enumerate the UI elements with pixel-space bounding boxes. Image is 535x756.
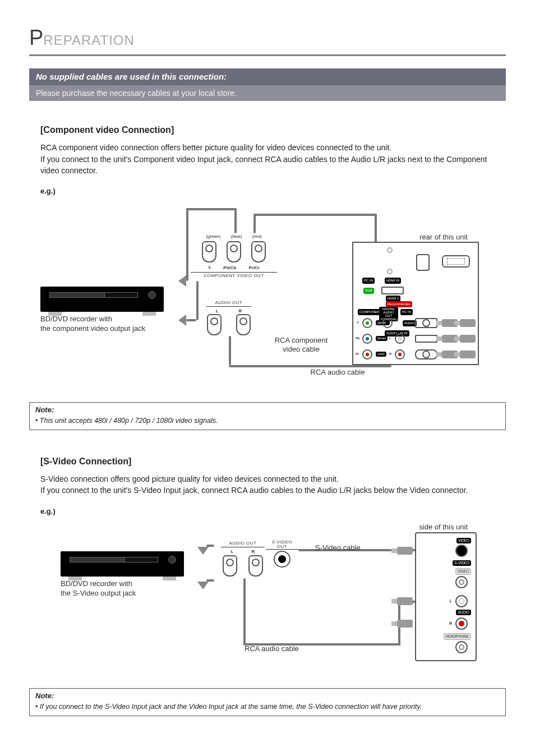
rear-jack-y <box>362 318 372 328</box>
rgb-pill: RGB <box>363 288 374 294</box>
note-title: Note: <box>35 405 500 416</box>
sp-svideo-jack <box>455 545 468 557</box>
plug-icon <box>397 547 413 555</box>
pcin2-pill: PC IN <box>400 309 413 315</box>
rear-red-pill: (red) <box>376 352 386 357</box>
pcin-pill: PC IN <box>362 278 375 284</box>
audio-l-label: L <box>216 308 219 315</box>
sp-headphone-jack <box>455 641 468 653</box>
svideo-section: [S-Video Connection] S-Video connection … <box>29 455 506 669</box>
note-item-2: If you connect to the S-Video Input jack… <box>35 703 422 711</box>
rca-audio2-r <box>248 555 263 577</box>
bd-dvd-recorder <box>40 287 164 312</box>
tv-side-panel: VIDEO S-VIDEO VIDEO L AUDIO R HEADPHONE <box>415 532 477 661</box>
sp-l: L <box>450 598 452 604</box>
pc-audio-jack <box>415 318 437 328</box>
audio-out-caption: AUDIO OUT <box>206 299 251 307</box>
no-cable-banner: No supplied cables are used in this conn… <box>29 68 506 101</box>
rca-jack-pb <box>227 241 241 262</box>
rca-audio-cable-label: RCA audio cable <box>287 368 388 377</box>
component-body: RCA component video connection offers be… <box>40 142 495 176</box>
component-section: [Component video Connection] RCA compone… <box>29 123 506 382</box>
cable-icon <box>234 208 237 233</box>
pb-label: Pb/Cb <box>223 265 236 271</box>
cable-icon <box>186 208 237 210</box>
y-label: Y <box>208 265 211 271</box>
hdmiin-pill: HDMI IN <box>385 278 401 284</box>
eg-label-1: e.g.) <box>40 186 495 197</box>
rear-r: R <box>389 352 391 357</box>
plug-icon <box>397 620 413 628</box>
section-header: PREPARATION <box>29 22 506 56</box>
cable-icon <box>253 214 256 233</box>
cable-icon <box>229 365 391 367</box>
svideo-jack <box>274 551 290 568</box>
rear-pb: Pb <box>356 336 360 341</box>
note-item: This unit accepts 480i / 480p / 720p / 1… <box>35 417 218 425</box>
plug-icon <box>460 351 476 358</box>
sp-headphone-pill: HEADPHONE <box>444 633 471 639</box>
hdmi1-slot <box>381 287 404 294</box>
rear-jack-r <box>395 349 405 359</box>
component-diagram: BD/DVD recorder with the component video… <box>40 202 495 382</box>
audio-r-label: R <box>239 308 242 315</box>
rca-audio2-l <box>223 555 237 577</box>
sp-svideo-pill: S-VIDEO <box>453 560 471 565</box>
rear-jack-pb <box>362 334 372 344</box>
arrow-icon <box>178 315 186 326</box>
banner-subtitle: Please purchase the necessary cables at … <box>29 85 506 101</box>
rca-audio-r <box>236 314 251 335</box>
cable-icon <box>196 281 199 320</box>
cable-icon <box>206 545 214 547</box>
rear-jack-l <box>395 334 405 344</box>
arrow-icon <box>178 275 186 287</box>
sv-audio-l: L <box>231 548 234 555</box>
audio-out-caption-sv: AUDIO OUT <box>221 540 265 547</box>
rca-component-cable-label: RCA component video cable <box>265 336 338 353</box>
svideo-body: S-Video connection offers good picture q… <box>40 473 495 496</box>
rear-misc-jack <box>415 349 437 359</box>
sp-audio-pill: AUDIO <box>456 610 471 615</box>
rear-jack-pr <box>362 349 372 359</box>
cable-icon <box>229 336 231 365</box>
sp-video-pill: VIDEO <box>456 538 471 543</box>
plug-icon <box>460 335 476 343</box>
sp-audio-r-jack <box>455 617 468 630</box>
rca-jack-y <box>202 241 216 262</box>
sp-r: R <box>449 621 452 626</box>
sv-audio-r: R <box>252 548 255 555</box>
device-label: BD/DVD recorder with the component video… <box>40 315 175 334</box>
plug-icon <box>460 319 476 327</box>
cable-icon <box>243 578 246 646</box>
device-label-sv: BD/DVD recorder with the S-Video output … <box>61 579 195 598</box>
svideo-cable-label: S-Video cable <box>315 543 361 552</box>
pr-label: Pr/Cr <box>248 265 260 271</box>
sp-video2-pill: VIDEO <box>455 568 471 574</box>
audio-out-box: AUDIO OUT L R <box>195 299 262 338</box>
rear-blue-pill: (blue) <box>376 336 388 341</box>
rear-jack-coax <box>382 318 393 328</box>
rca-jack-pr <box>251 241 266 262</box>
cable-icon <box>206 579 214 582</box>
side-of-unit-label: side of this unit <box>419 522 468 533</box>
section-initial: P <box>29 22 43 53</box>
component-note: Note: This unit accepts 480i / 480p / 72… <box>29 402 506 430</box>
arrow-icon <box>197 582 209 589</box>
cable-icon <box>186 208 188 281</box>
banner-title: No supplied cables are used in this conn… <box>29 68 506 85</box>
jack-blue-label: (blue) <box>230 233 242 240</box>
rear-y: Y <box>357 320 359 325</box>
sp-video-jack <box>455 576 468 588</box>
svideo-note: Note: If you connect to the S-Video Inpu… <box>29 688 506 716</box>
jack-red-label: (red) <box>252 233 262 240</box>
rca-audio-l <box>207 314 222 335</box>
comp-out-caption: COMPONENT VIDEO OUT <box>191 272 277 279</box>
svideo-diagram: side of this unit BD/DVD recorder with t… <box>40 522 495 668</box>
component-heading: [Component video Connection] <box>40 123 495 136</box>
arrow-icon <box>197 547 209 555</box>
sv-out-caption: S-VIDEO OUT <box>266 540 298 550</box>
hdmi2-slot <box>415 335 437 343</box>
cable-icon <box>186 319 196 321</box>
eg-label-2: e.g.) <box>40 506 495 517</box>
sp-audio-l-jack <box>455 595 468 607</box>
